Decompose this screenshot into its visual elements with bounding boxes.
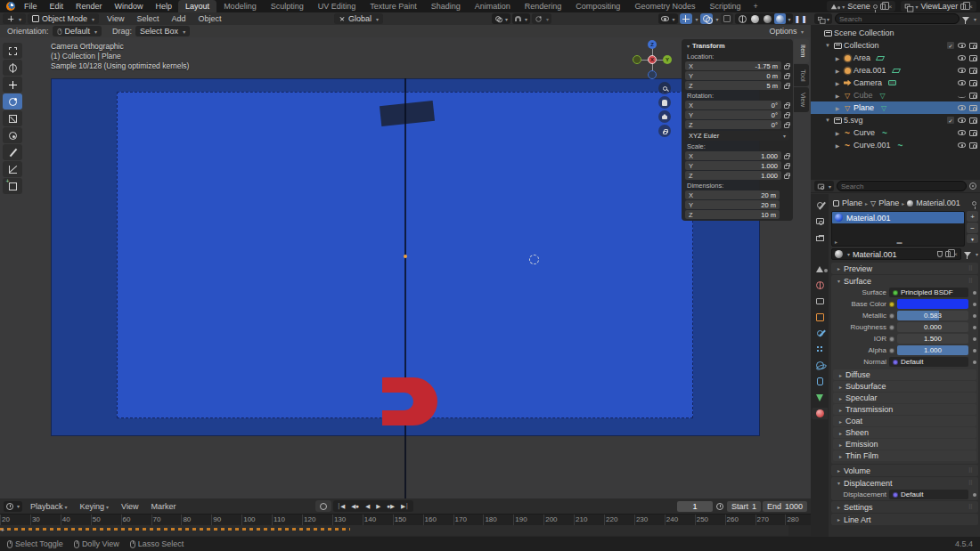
viewport-3d[interactable]: Camera Orthographic (1) Collection | Pla…: [0, 37, 811, 498]
mode-dropdown[interactable]: Object Mode▾: [28, 13, 99, 24]
outliner-row-5-svg[interactable]: ▼5.svg✓: [811, 114, 980, 126]
outliner-row-curve-001[interactable]: ▶Curve.001: [811, 139, 980, 151]
animate-dot-icon[interactable]: [973, 291, 976, 295]
properties-tab-output[interactable]: [812, 231, 828, 243]
browse-material-icon[interactable]: [835, 250, 843, 258]
animate-dot-icon[interactable]: [973, 361, 976, 364]
lock-icon[interactable]: [784, 124, 789, 128]
property-field[interactable]: Principled BSDF: [889, 288, 968, 297]
transform-value-field[interactable]: X20 m: [685, 190, 780, 199]
properties-tab-object[interactable]: [812, 312, 828, 323]
options-dropdown[interactable]: Options ▾: [769, 27, 804, 36]
properties-tab-data[interactable]: [812, 392, 828, 403]
panel-lineart-header[interactable]: ▸Line Art: [831, 514, 978, 525]
transform-value-field[interactable]: Y1.000: [685, 161, 781, 170]
current-frame-field[interactable]: 1: [677, 501, 713, 512]
animate-dot-icon[interactable]: [973, 349, 976, 352]
panel-sheen[interactable]: ▸Sheen: [833, 427, 976, 438]
workspace-tab-uv-editing[interactable]: UV Editing: [311, 0, 363, 12]
viewlayer-selector[interactable]: ▾ ViewLayer ×: [901, 1, 976, 12]
eye-icon[interactable]: [958, 43, 966, 48]
properties-tab-modifiers[interactable]: [812, 328, 828, 339]
next-keyframe-button[interactable]: ●▶: [384, 503, 397, 510]
transform-value-field[interactable]: Z5 m: [685, 81, 781, 90]
timeline-ruler[interactable]: 2030405060708090100110120130140150160170…: [0, 514, 811, 525]
render-icon[interactable]: [969, 105, 977, 111]
collapse-icon[interactable]: ▼: [824, 43, 831, 48]
render-icon[interactable]: [969, 130, 977, 136]
eye-closed-icon[interactable]: [958, 93, 966, 98]
lock-icon[interactable]: [784, 165, 789, 169]
render-icon[interactable]: [969, 55, 977, 61]
eye-icon[interactable]: [958, 142, 966, 148]
slot-specials-button[interactable]: ▾: [967, 234, 978, 243]
transform-value-field[interactable]: X-1.75 m: [685, 61, 781, 70]
show-object-types-button[interactable]: ▾: [658, 13, 678, 24]
play-button[interactable]: ▶: [373, 503, 383, 510]
render-icon[interactable]: [969, 93, 977, 99]
workspace-tab-rendering[interactable]: Rendering: [518, 0, 569, 12]
properties-tab-render[interactable]: [812, 215, 828, 227]
material-filter-icon[interactable]: [964, 252, 971, 256]
property-field[interactable]: Default: [889, 357, 968, 367]
scene-object-red-shape[interactable]: [382, 377, 437, 425]
expand-icon[interactable]: ▶: [834, 105, 841, 111]
resize-grip[interactable]: ▬: [897, 239, 902, 245]
material-slot-list[interactable]: Material.001 ▸▬: [831, 211, 965, 247]
auto-keying-button[interactable]: [315, 500, 331, 512]
orientation-dropdown[interactable]: Global▾: [334, 13, 383, 24]
panel-volume[interactable]: ▸Volume⠿: [831, 465, 978, 476]
properties-editor-type[interactable]: ▾: [814, 181, 834, 191]
viewport-menu-view[interactable]: View: [101, 14, 130, 23]
outliner-search-input[interactable]: [835, 13, 960, 24]
tool-annotate-button[interactable]: [3, 144, 22, 160]
properties-tab-tool[interactable]: [812, 199, 828, 211]
menu-edit[interactable]: Edit: [44, 2, 70, 11]
snap-toggle-button[interactable]: ▾: [512, 13, 530, 24]
expand-icon[interactable]: ▶: [834, 93, 841, 99]
shading-solid-button[interactable]: [749, 13, 761, 24]
menu-window[interactable]: Window: [109, 2, 150, 11]
tool-measure-button[interactable]: [3, 161, 22, 177]
panel-preview[interactable]: ▸Preview⠿: [831, 263, 978, 274]
panel-coat[interactable]: ▸Coat: [833, 416, 976, 426]
lock-icon[interactable]: [784, 85, 789, 89]
expand-icon[interactable]: ▶: [834, 68, 841, 74]
lock-icon[interactable]: [784, 104, 789, 109]
npanel-tab-view[interactable]: View: [794, 87, 809, 112]
shading-rendered-button[interactable]: [774, 13, 786, 24]
properties-tab-physics[interactable]: [812, 360, 828, 371]
timeline-menu-playback[interactable]: Playback▾: [24, 502, 74, 511]
proportional-edit-button[interactable]: ▾: [532, 13, 551, 24]
panel-lineart[interactable]: ▸Line Art: [831, 514, 978, 525]
workspace-tab-sculpting[interactable]: Sculpting: [264, 0, 311, 12]
outliner-display-mode[interactable]: ▾: [814, 13, 832, 24]
overlays-button[interactable]: [700, 13, 713, 24]
xray-toggle-button[interactable]: [721, 13, 733, 24]
gizmo-axis-z-neg[interactable]: [648, 70, 657, 79]
panel-volume-header[interactable]: ▸Volume⠿: [831, 465, 978, 476]
remove-slot-button[interactable]: −: [967, 223, 978, 233]
jump-start-button[interactable]: ⏐◀: [335, 503, 348, 510]
workspace-tab-layout[interactable]: Layout: [178, 0, 216, 12]
eye-icon[interactable]: [958, 80, 966, 85]
animate-dot-icon[interactable]: [973, 314, 976, 318]
workspace-tab-geometry-nodes[interactable]: Geometry Nodes: [627, 0, 702, 12]
eye-icon[interactable]: [958, 105, 966, 110]
prev-keyframe-button[interactable]: ◀●: [348, 503, 362, 510]
expand-icon[interactable]: ▶: [834, 142, 841, 149]
timeline-editor-type[interactable]: ▾: [4, 501, 22, 512]
gizmo-axis-x[interactable]: X: [648, 55, 657, 64]
new-material-icon[interactable]: [945, 251, 951, 257]
property-slider[interactable]: 0.000: [897, 322, 968, 332]
collapse-icon[interactable]: ▾: [687, 43, 690, 49]
panel-subsurface[interactable]: ▸Subsurface: [833, 381, 976, 392]
add-slot-button[interactable]: +: [967, 211, 978, 222]
properties-tab-constraints[interactable]: [812, 376, 828, 387]
render-icon[interactable]: [969, 117, 977, 124]
shading-dropdown[interactable]: ▾: [788, 16, 791, 22]
panel-surface[interactable]: ▾Surface⠿: [831, 275, 978, 287]
outliner-row-area-001[interactable]: ▶Area.001: [811, 64, 980, 77]
gizmos-button[interactable]: [680, 13, 692, 24]
menu-render[interactable]: Render: [69, 2, 109, 11]
